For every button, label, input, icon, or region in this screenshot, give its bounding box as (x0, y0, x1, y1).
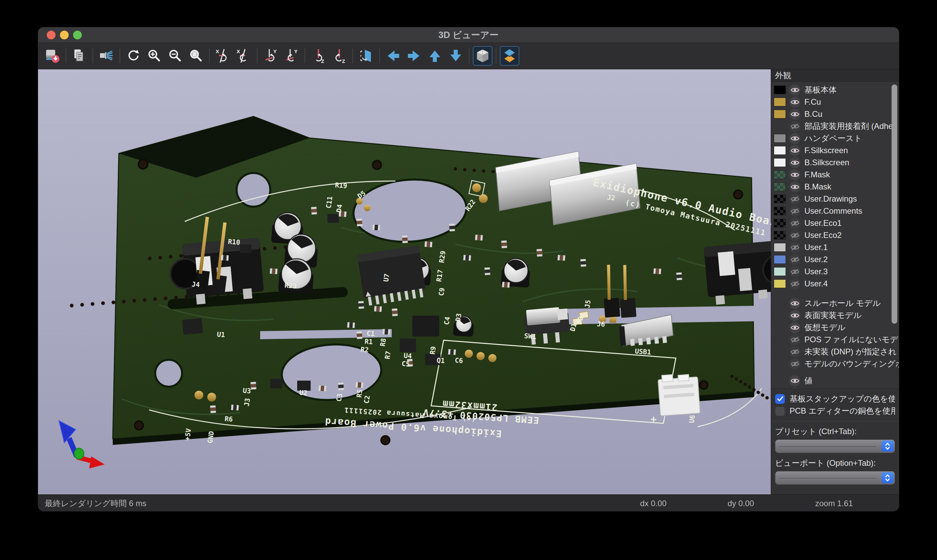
zoom-out-button[interactable] (165, 46, 185, 66)
layer-row[interactable]: User.1 (771, 241, 899, 254)
layer-row[interactable]: 基板本体 (771, 84, 899, 96)
visibility-off-icon[interactable] (789, 230, 800, 241)
pan-right-button[interactable] (404, 46, 424, 66)
rotate-y-cw-button[interactable]: Y (261, 46, 280, 66)
model-option-row[interactable]: モデルのバウンディングボ (771, 358, 899, 370)
layer-row[interactable]: 部品実装用接着剤 (Adhe (771, 120, 899, 132)
visibility-off-icon[interactable] (789, 334, 800, 345)
rotate-z-cw-button[interactable]: Z (309, 46, 328, 66)
layer-color-swatch[interactable] (774, 182, 786, 191)
layer-row[interactable]: F.Silkscreen (771, 145, 899, 157)
layer-color-swatch[interactable] (774, 110, 786, 118)
visibility-on-icon[interactable] (789, 322, 800, 333)
visibility-on-icon[interactable] (789, 182, 800, 192)
visibility-off-icon[interactable] (789, 266, 800, 277)
visibility-on-icon[interactable] (789, 97, 800, 108)
layer-row[interactable]: User.Comments (771, 205, 899, 217)
rotate-x-ccw-button[interactable]: X (234, 46, 254, 66)
pan-up-button[interactable] (425, 46, 445, 66)
layer-color-swatch[interactable] (774, 231, 786, 240)
ortho-projection-button[interactable] (473, 46, 492, 66)
layer-color-swatch[interactable] (774, 134, 786, 143)
model-option-row[interactable]: スルーホール モデル (771, 297, 899, 309)
preset-dropdown-stepper-icon[interactable] (882, 440, 894, 452)
layer-row[interactable]: B.Cu (771, 108, 899, 120)
visibility-on-icon[interactable] (789, 298, 800, 309)
layer-row[interactable]: B.Mask (771, 181, 899, 193)
visibility-off-icon[interactable] (789, 254, 800, 265)
layer-row[interactable]: User.Eco1 (771, 217, 899, 229)
rotate-y-ccw-button[interactable]: Y (282, 46, 301, 66)
zoom-fit-button[interactable] (186, 46, 206, 66)
visibility-off-icon[interactable] (789, 242, 800, 253)
use-stackup-colors-row[interactable]: 基板スタックアップの色を使用 (775, 393, 895, 405)
layer-list-scrollbar[interactable] (892, 85, 897, 324)
pan-right-icon (406, 48, 422, 64)
visibility-on-icon[interactable] (789, 133, 800, 144)
layer-row[interactable]: User.2 (771, 254, 899, 266)
model-option-row[interactable]: 未実装 (DNP) が指定され (771, 346, 899, 358)
layer-row[interactable]: F.Cu (771, 96, 899, 108)
model-option-row[interactable]: 仮想モデル (771, 322, 899, 334)
visibility-on-icon[interactable] (789, 157, 800, 168)
copy-image-button[interactable] (70, 46, 89, 66)
visibility-off-icon[interactable] (789, 206, 800, 217)
value-option-row[interactable]: 値 (771, 375, 899, 387)
layer-row[interactable]: User.Drawings (771, 193, 899, 205)
visibility-on-icon[interactable] (789, 85, 800, 95)
visibility-off-icon[interactable] (789, 346, 800, 357)
layer-row[interactable]: ハンダペースト (771, 132, 899, 145)
layer-color-swatch[interactable] (774, 279, 786, 288)
visibility-on-icon[interactable] (789, 387, 800, 389)
viewport-dropdown[interactable] (775, 471, 895, 485)
use-stackup-colors-checkbox[interactable] (775, 394, 785, 404)
zoom-in-button[interactable] (145, 46, 164, 66)
pcb-3d-canvas[interactable]: Exidiophone v6.0 Audio Board(c) Tomoya M… (38, 69, 771, 494)
model-option-row[interactable]: POS ファイルにないモデ (771, 334, 899, 346)
use-pcb-editor-copper-checkbox[interactable] (775, 406, 785, 416)
visibility-on-icon[interactable] (789, 375, 800, 386)
visibility-off-icon[interactable] (789, 194, 800, 205)
visibility-on-icon[interactable] (789, 109, 800, 120)
layer-row[interactable]: B.Silkscreen (771, 157, 899, 169)
layer-row[interactable]: User.3 (771, 266, 899, 278)
clipped-option-row[interactable] (771, 387, 899, 389)
visibility-on-icon[interactable] (789, 145, 800, 156)
layer-color-swatch[interactable] (774, 146, 786, 155)
layer-color-swatch[interactable] (774, 194, 786, 203)
layer-color-swatch[interactable] (774, 267, 786, 276)
titlebar[interactable]: 3D ビューアー (38, 27, 899, 43)
layer-color-swatch[interactable] (774, 158, 786, 167)
layer-color-swatch[interactable] (774, 207, 786, 215)
flip-board-button[interactable] (357, 46, 376, 66)
layer-color-swatch[interactable] (774, 170, 786, 179)
visibility-off-icon[interactable] (789, 358, 800, 369)
visibility-off-icon[interactable] (789, 278, 800, 289)
layer-color-swatch[interactable] (774, 243, 786, 252)
layer-color-swatch[interactable] (774, 98, 786, 106)
layer-color-swatch[interactable] (774, 219, 786, 228)
layer-list[interactable]: 基板本体F.CuB.Cu部品実装用接着剤 (AdheハンダペーストF.Silks… (771, 82, 899, 389)
rotate-x-cw-button[interactable]: X (213, 46, 232, 66)
pcb-3d-viewport[interactable]: Exidiophone v6.0 Audio Board(c) Tomoya M… (38, 69, 771, 494)
layer-color-swatch[interactable] (774, 86, 786, 94)
layer-row[interactable]: User.Eco2 (771, 229, 899, 241)
pan-left-button[interactable] (383, 46, 403, 66)
layer-color-swatch[interactable] (774, 255, 786, 264)
rotate-z-ccw-button[interactable]: Z (329, 46, 349, 66)
visibility-on-icon[interactable] (789, 310, 800, 321)
layer-row[interactable]: User.4 (771, 278, 899, 290)
visibility-off-icon[interactable] (789, 218, 800, 229)
raytracing-button[interactable] (97, 46, 116, 66)
preset-dropdown[interactable] (775, 440, 895, 453)
visibility-off-icon[interactable] (789, 121, 800, 132)
appearance-panel-button[interactable] (500, 46, 519, 66)
viewport-dropdown-stepper-icon[interactable] (882, 472, 894, 483)
layer-row[interactable]: F.Mask (771, 169, 899, 181)
model-option-row[interactable]: 表面実装モデル (771, 309, 899, 322)
use-pcb-editor-copper-row[interactable]: PCB エディターの銅色を使用 (775, 405, 895, 417)
reload-board-button[interactable] (43, 46, 62, 66)
visibility-on-icon[interactable] (789, 169, 800, 180)
pan-down-button[interactable] (446, 46, 465, 66)
redraw-button[interactable] (123, 46, 143, 66)
